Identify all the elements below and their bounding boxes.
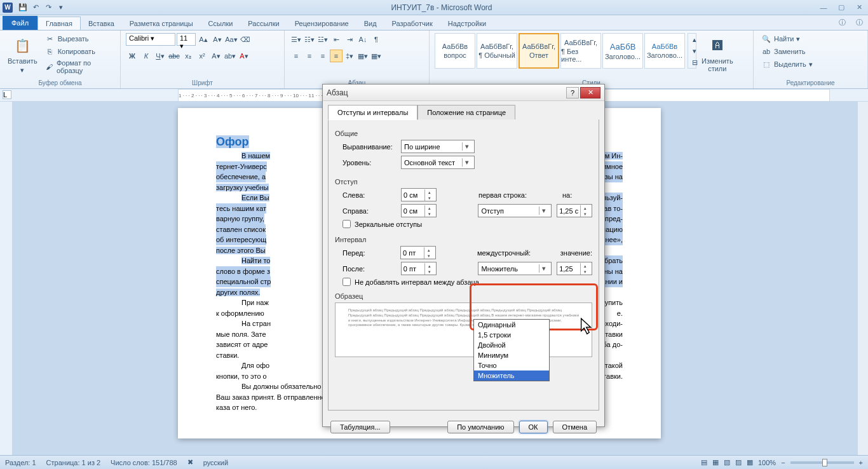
vertical-ruler[interactable] (0, 102, 13, 455)
firstline-select[interactable]: Отступ▾ (478, 204, 552, 217)
vertical-scrollbar[interactable] (857, 102, 868, 455)
subscript-icon[interactable]: x₂ (182, 50, 194, 62)
status-page[interactable]: Страница: 1 из 2 (46, 459, 101, 466)
indent-icon[interactable]: ⇥ (343, 33, 356, 46)
maximize-icon[interactable]: ▢ (835, 3, 848, 13)
outdent-icon[interactable]: ⇤ (330, 33, 342, 46)
dropdown-option-multiple[interactable]: Множитель (474, 370, 549, 381)
tab-refs[interactable]: Ссылки (201, 17, 241, 30)
style-item-1[interactable]: АаБбВввопрос (435, 33, 475, 69)
spin-down-icon[interactable]: ▾ (425, 195, 434, 201)
dropdown-option-exact[interactable]: Точно (474, 360, 549, 370)
spin-up-icon[interactable]: ▴ (581, 205, 590, 211)
spin-up-icon[interactable]: ▴ (425, 263, 434, 269)
highlight-icon[interactable]: ab▾ (224, 50, 236, 62)
status-spell-icon[interactable]: ✖ (187, 458, 193, 466)
superscript-icon[interactable]: x² (196, 50, 208, 62)
qat-customize-icon[interactable]: ▾ (56, 3, 66, 13)
tab-file[interactable]: Файл (3, 16, 37, 30)
view-print-icon[interactable]: ▤ (701, 458, 707, 466)
spin-down-icon[interactable]: ▾ (581, 211, 590, 217)
select-button[interactable]: ⬚Выделить ▾ (759, 58, 815, 70)
align-right-icon[interactable]: ≡ (316, 50, 329, 62)
font-color-icon[interactable]: A▾ (238, 50, 250, 62)
zoom-out-icon[interactable]: − (781, 459, 785, 466)
spin-up-icon[interactable]: ▴ (424, 247, 433, 253)
indent-left-spinner[interactable]: ▴▾ (401, 188, 437, 201)
style-item-3[interactable]: АаБбВвГг,Ответ (519, 33, 559, 69)
minimize-icon[interactable]: — (817, 3, 830, 13)
italic-icon[interactable]: К (140, 50, 153, 62)
dropdown-option-double[interactable]: Двойной (474, 340, 549, 350)
qat-save-icon[interactable]: 💾 (18, 3, 28, 13)
qat-redo-icon[interactable]: ↷ (43, 3, 53, 13)
replace-button[interactable]: abЗаменить (759, 46, 815, 57)
align-left-icon[interactable]: ≡ (290, 50, 302, 62)
change-case-icon[interactable]: Aa▾ (225, 33, 238, 46)
dialog-tab-indents[interactable]: Отступы и интервалы (328, 105, 417, 120)
tab-view[interactable]: Вид (356, 17, 384, 30)
status-words[interactable]: Число слов: 151/788 (111, 459, 177, 466)
spin-up-icon[interactable]: ▴ (581, 263, 590, 269)
bullets-icon[interactable]: ☰▾ (290, 33, 302, 46)
numbering-icon[interactable]: ☷▾ (303, 33, 316, 46)
format-painter-button[interactable]: 🖌Формат по образцу (43, 58, 115, 75)
indent-right-spinner[interactable]: ▴▾ (401, 204, 437, 217)
default-button[interactable]: По умолчанию (447, 421, 513, 433)
zoom-in-icon[interactable]: + (859, 459, 863, 466)
style-item-4[interactable]: АаБбВвГг,¶ Без инте... (560, 33, 601, 69)
dialog-close-icon[interactable]: ✕ (580, 87, 600, 99)
sort-icon[interactable]: A↓ (356, 33, 369, 46)
view-read-icon[interactable]: ▦ (712, 458, 719, 466)
show-marks-icon[interactable]: ¶ (370, 33, 383, 46)
view-outline-icon[interactable]: ▨ (735, 458, 742, 466)
ok-button[interactable]: ОК (519, 421, 548, 433)
multilevel-icon[interactable]: ☳▾ (316, 33, 329, 46)
change-styles-button[interactable]: 🅰 Изменить стили (699, 33, 736, 75)
spin-down-icon[interactable]: ▾ (425, 269, 434, 275)
ribbon-minimize-icon[interactable]: ⓘ (834, 15, 851, 30)
spin-down-icon[interactable]: ▾ (581, 269, 590, 275)
level-select[interactable]: Основной текст▾ (401, 156, 475, 169)
style-item-5[interactable]: АаБбВЗаголово... (602, 33, 643, 69)
tab-home[interactable]: Главная (37, 17, 81, 30)
status-section[interactable]: Раздел: 1 (5, 459, 36, 466)
spin-up-icon[interactable]: ▴ (425, 189, 434, 195)
tab-mail[interactable]: Рассылки (240, 17, 287, 30)
spin-up-icon[interactable]: ▴ (425, 205, 434, 211)
find-button[interactable]: 🔍Найти ▾ (759, 33, 815, 44)
dialog-tab-position[interactable]: Положение на странице (417, 105, 515, 120)
linespace-select[interactable]: Множитель▾ (478, 262, 552, 275)
line-spacing-icon[interactable]: ‡▾ (343, 50, 356, 62)
close-icon[interactable]: ✕ (853, 3, 865, 13)
view-draft-icon[interactable]: ▩ (747, 458, 753, 466)
linespace-value-spinner[interactable]: ▴▾ (557, 262, 592, 275)
justify-icon[interactable]: ≡ (330, 50, 342, 62)
shrink-font-icon[interactable]: A▾ (211, 33, 224, 46)
spin-down-icon[interactable]: ▾ (425, 211, 434, 217)
strike-icon[interactable]: abc (168, 50, 180, 62)
copy-button[interactable]: ⎘Копировать (43, 46, 115, 57)
dialog-help-icon[interactable]: ? (566, 87, 579, 99)
dropdown-option-min[interactable]: Минимум (474, 350, 549, 360)
style-item-2[interactable]: АаБбВвГг,¶ Обычный (477, 33, 517, 69)
bold-icon[interactable]: Ж (126, 50, 139, 62)
cancel-button[interactable]: Отмена (553, 421, 597, 433)
borders-icon[interactable]: ▦▾ (370, 50, 383, 62)
tab-layout[interactable]: Разметка страницы (122, 17, 201, 30)
status-lang[interactable]: русский (203, 459, 228, 466)
tab-addins[interactable]: Надстройки (440, 17, 494, 30)
shading-icon[interactable]: ▦▾ (356, 50, 369, 62)
before-spinner[interactable]: ▴▾ (400, 246, 435, 259)
zoom-level[interactable]: 100% (758, 459, 776, 466)
zoom-slider[interactable] (790, 461, 854, 464)
spin-down-icon[interactable]: ▾ (424, 253, 433, 259)
tab-selector[interactable]: L (3, 90, 11, 99)
alignment-select[interactable]: По ширине▾ (401, 140, 475, 153)
underline-icon[interactable]: Ч▾ (154, 50, 166, 62)
mirror-indents-checkbox[interactable] (342, 220, 351, 228)
style-item-6[interactable]: АаБбВвЗаголово... (644, 33, 685, 69)
tabs-button[interactable]: Табуляция... (330, 421, 390, 433)
dropdown-option-1-5[interactable]: 1,5 строки (474, 330, 549, 340)
ribbon-help-icon[interactable]: ⓘ (851, 15, 868, 30)
